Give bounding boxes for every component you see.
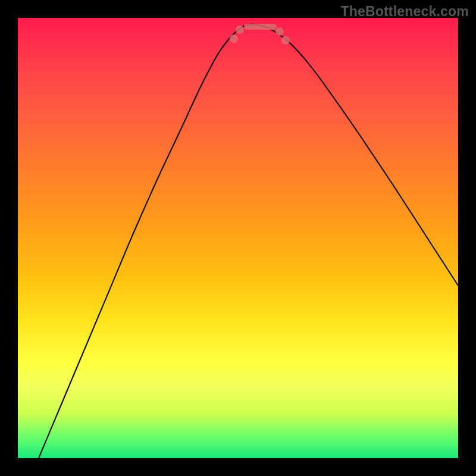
curve-svg xyxy=(18,18,458,458)
watermark-text: TheBottleneck.com xyxy=(340,4,469,20)
coral-marker xyxy=(230,35,238,43)
coral-marker xyxy=(236,26,244,34)
coral-marker xyxy=(275,27,284,36)
plot-area xyxy=(18,18,458,458)
coral-smear xyxy=(244,24,277,30)
chart-frame: TheBottleneck.com xyxy=(0,0,476,476)
bottleneck-curve xyxy=(39,24,458,458)
coral-markers xyxy=(230,24,290,45)
coral-marker xyxy=(281,36,290,45)
